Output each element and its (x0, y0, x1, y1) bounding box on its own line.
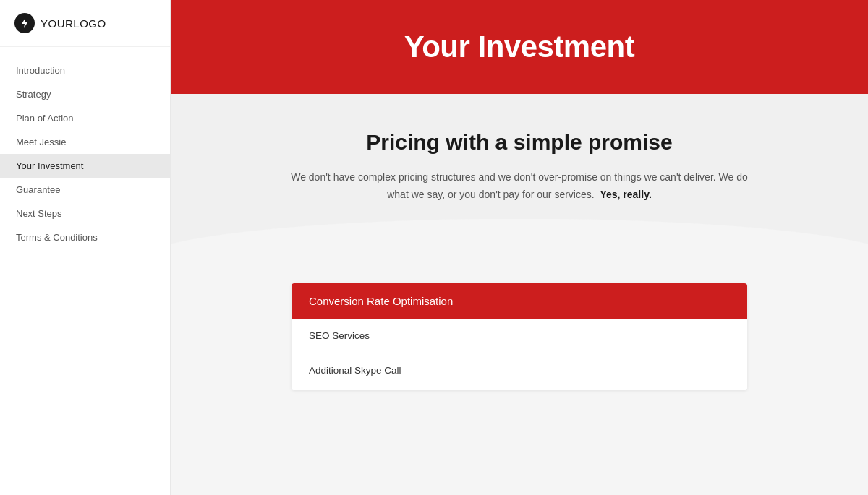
sidebar-item-guarantee[interactable]: Guarantee (0, 178, 170, 202)
sidebar-item-strategy[interactable]: Strategy (0, 82, 170, 106)
sidebar-item-introduction[interactable]: Introduction (0, 59, 170, 82)
bolt-icon (19, 17, 30, 29)
hero-banner: Your Investment (171, 0, 868, 94)
pricing-description-bold: Yes, really. (600, 189, 651, 200)
pricing-card: Conversion Rate Optimisation SEO Service… (292, 283, 747, 390)
nav-list: Introduction Strategy Plan of Action Mee… (0, 47, 170, 495)
logo-icon (14, 13, 35, 33)
pricing-description: We don't have complex pricing structures… (288, 169, 751, 204)
pricing-description-plain: We don't have complex pricing structures… (291, 171, 748, 200)
pricing-heading: Pricing with a simple promise (229, 130, 810, 155)
logo-text: YOURLOGO (41, 17, 106, 30)
sidebar-item-your-investment[interactable]: Your Investment (0, 154, 170, 178)
logo-bold: YOUR (41, 17, 73, 30)
sidebar-item-plan-of-action[interactable]: Plan of Action (0, 106, 170, 130)
card-body: SEO Services Additional Skype Call (292, 319, 747, 390)
sidebar-item-meet-jessie[interactable]: Meet Jessie (0, 130, 170, 154)
logo-area: YOURLOGO (0, 0, 170, 47)
main-content: Your Investment Pricing with a simple pr… (171, 0, 868, 495)
svg-marker-0 (22, 18, 27, 28)
card-header: Conversion Rate Optimisation (292, 283, 747, 319)
sidebar: YOURLOGO Introduction Strategy Plan of A… (0, 0, 171, 495)
sidebar-item-terms-conditions[interactable]: Terms & Conditions (0, 225, 170, 249)
card-row-skype: Additional Skype Call (292, 353, 747, 390)
sidebar-item-next-steps[interactable]: Next Steps (0, 202, 170, 225)
pricing-section: Pricing with a simple promise We don't h… (171, 94, 868, 262)
card-row-seo: SEO Services (292, 319, 747, 353)
logo-normal: LOGO (73, 17, 106, 30)
cards-section: Conversion Rate Optimisation SEO Service… (171, 262, 868, 419)
hero-title: Your Investment (404, 30, 634, 64)
